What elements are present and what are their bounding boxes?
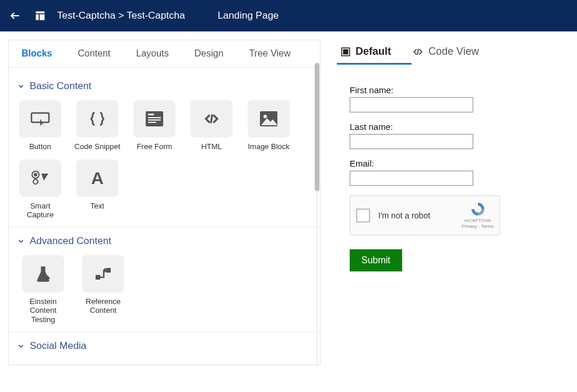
- section-basic-content: Basic Content Button Code Snippet Free F…: [9, 72, 320, 227]
- block-grid-advanced: Einstein Content Testing Reference Conte…: [17, 253, 312, 324]
- svg-rect-2: [36, 15, 39, 20]
- tab-blocks[interactable]: Blocks: [9, 40, 65, 67]
- form-preview: First name: Last name: Email: I'm not a …: [337, 65, 577, 271]
- page-title: Landing Page: [217, 10, 279, 22]
- block-label: Button: [17, 142, 64, 151]
- layout-view-icon: [340, 47, 351, 57]
- block-label: Text: [74, 202, 121, 211]
- chevron-down-icon: [17, 237, 25, 245]
- last-name-label: Last name:: [350, 122, 577, 132]
- tab-label: Code View: [428, 45, 479, 58]
- email-label: Email:: [350, 158, 577, 168]
- chevron-down-icon: [17, 82, 25, 90]
- block-label: Code Snippet: [74, 142, 121, 151]
- text-icon: A: [91, 168, 104, 188]
- recaptcha-legal[interactable]: Privacy - Terms: [462, 224, 494, 229]
- recaptcha-brand: reCAPTCHA Privacy - Terms: [462, 202, 494, 229]
- block-text[interactable]: A Text: [74, 160, 121, 220]
- first-name-label: First name:: [350, 85, 577, 95]
- block-label: Einstein Content Testing: [17, 297, 69, 324]
- image-icon: [260, 111, 277, 126]
- recaptcha-icon: [469, 202, 487, 217]
- left-tabs: Blocks Content Layouts Design Tree View: [9, 40, 320, 68]
- svg-rect-8: [148, 119, 161, 121]
- section-header-basic[interactable]: Basic Content: [17, 77, 312, 98]
- reference-icon: [94, 266, 112, 282]
- recaptcha-brand-text: reCAPTCHA: [462, 218, 494, 224]
- flask-icon: [34, 265, 52, 282]
- block-label: HTML: [188, 142, 235, 151]
- scrollbar[interactable]: [315, 63, 321, 366]
- top-bar: Test-Captcha > Test-Captcha Landing Page: [0, 0, 577, 31]
- field-first-name: First name:: [350, 85, 577, 112]
- last-name-input[interactable]: [350, 134, 473, 149]
- tab-tree-view[interactable]: Tree View: [236, 40, 303, 67]
- block-label: Free Form: [131, 142, 178, 151]
- section-social-media: Social Media: [9, 332, 320, 365]
- section-title: Basic Content: [30, 80, 92, 92]
- block-reference-content[interactable]: Reference Content: [80, 255, 126, 324]
- recaptcha-widget: I'm not a robot reCAPTCHA Privacy - Term…: [350, 195, 500, 235]
- svg-rect-19: [343, 50, 348, 54]
- section-advanced-content: Advanced Content Einstein Content Testin…: [9, 227, 320, 332]
- html-icon: [202, 111, 221, 126]
- svg-rect-7: [148, 117, 161, 118]
- svg-rect-9: [148, 122, 156, 123]
- svg-point-15: [33, 179, 38, 184]
- breadcrumb[interactable]: Test-Captcha > Test-Captcha: [57, 10, 185, 22]
- submit-button[interactable]: Submit: [350, 249, 402, 271]
- tab-content[interactable]: Content: [65, 40, 123, 67]
- block-label: Smart Capture: [17, 202, 64, 220]
- freeform-icon: [146, 111, 163, 126]
- block-free-form[interactable]: Free Form: [131, 100, 178, 151]
- svg-point-12: [263, 115, 267, 118]
- recaptcha-text: I'm not a robot: [378, 211, 430, 220]
- layout-icon: [34, 9, 47, 22]
- scrollbar-thumb[interactable]: [315, 63, 319, 191]
- svg-rect-1: [36, 12, 45, 13]
- view-tabs: Default Code View: [337, 40, 577, 65]
- email-input[interactable]: [350, 171, 473, 186]
- panel-body: Basic Content Button Code Snippet Free F…: [9, 68, 320, 365]
- tab-default[interactable]: Default: [340, 45, 391, 63]
- block-grid-basic: Button Code Snippet Free Form HTML: [17, 98, 312, 220]
- smartcapture-icon: [31, 170, 50, 186]
- arrow-left-icon: [9, 10, 21, 22]
- tab-label: Default: [356, 45, 391, 58]
- first-name-input[interactable]: [350, 97, 473, 112]
- block-image[interactable]: Image Block: [245, 100, 292, 151]
- chevron-down-icon: [17, 342, 25, 350]
- svg-rect-16: [96, 275, 100, 280]
- section-header-social[interactable]: Social Media: [17, 337, 312, 358]
- block-label: Reference Content: [80, 297, 126, 315]
- tab-layouts[interactable]: Layouts: [124, 40, 182, 67]
- tab-design[interactable]: Design: [182, 40, 237, 67]
- block-code-snippet[interactable]: Code Snippet: [74, 100, 121, 151]
- section-header-advanced[interactable]: Advanced Content: [17, 232, 312, 253]
- block-button[interactable]: Button: [17, 100, 64, 151]
- code-icon: [412, 47, 424, 57]
- braces-icon: [87, 111, 107, 127]
- section-title: Social Media: [30, 340, 86, 352]
- svg-rect-6: [148, 114, 154, 115]
- field-last-name: Last name:: [350, 122, 577, 149]
- button-icon: [30, 111, 50, 127]
- field-email: Email:: [350, 158, 577, 186]
- svg-point-13: [34, 173, 37, 176]
- svg-line-10: [211, 114, 212, 123]
- svg-rect-3: [40, 15, 44, 20]
- block-label: Image Block: [245, 142, 292, 151]
- back-button[interactable]: [7, 8, 23, 24]
- block-einstein-testing[interactable]: Einstein Content Testing: [17, 255, 69, 324]
- section-title: Advanced Content: [30, 235, 111, 247]
- right-panel: Default Code View First name: Last name:…: [321, 40, 577, 365]
- workspace: Blocks Content Layouts Design Tree View …: [0, 31, 577, 365]
- svg-line-20: [417, 48, 418, 55]
- left-panel: Blocks Content Layouts Design Tree View …: [8, 40, 321, 365]
- svg-rect-5: [146, 111, 163, 126]
- block-smart-capture[interactable]: Smart Capture: [17, 160, 64, 220]
- recaptcha-checkbox[interactable]: [356, 209, 370, 223]
- block-html[interactable]: HTML: [188, 100, 235, 151]
- tab-code-view[interactable]: Code View: [412, 45, 479, 63]
